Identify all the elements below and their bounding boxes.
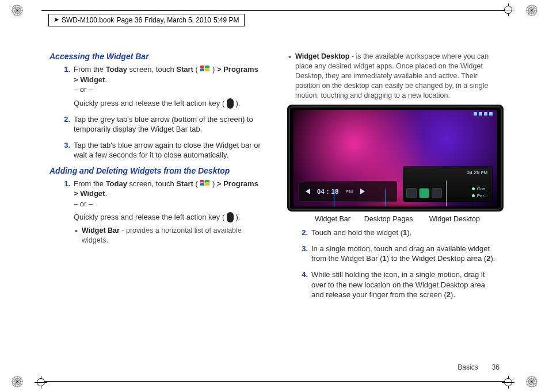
status-icon <box>479 112 482 116</box>
phone-frame: 04 : 18PM 04 29 PM Con... Par... <box>287 105 504 212</box>
widget-desktop-definition: Widget Desktop - is the available worksp… <box>295 52 500 100</box>
step-number: 2. <box>294 228 308 238</box>
today-label: Today <box>106 65 127 74</box>
text: Tap the tab's blue arrow again to close … <box>74 141 261 160</box>
registration-crosshair-tr <box>502 3 514 16</box>
section-title-accessing: Accessing the Widget Bar <box>49 52 262 61</box>
text: ). <box>236 99 241 107</box>
text: Touch and hold the widget ( <box>311 228 403 237</box>
svg-marker-40 <box>306 189 310 194</box>
text: ) <box>212 65 217 74</box>
registration-rosette-bl <box>12 376 23 387</box>
footer-section: Basics <box>458 363 478 371</box>
dock-chip-icon <box>419 188 429 198</box>
phone-screen: 04 : 18PM 04 29 PM Con... Par... <box>293 110 497 206</box>
text: Quickly press and release the left actio… <box>74 213 227 221</box>
step-number: 3. <box>294 244 308 254</box>
text: From the <box>74 179 106 188</box>
playbar-time: 04 : 18 <box>317 188 339 195</box>
r-step-3: 3. In a single motion, touch and drag an… <box>311 244 500 264</box>
left-column: Accessing the Widget Bar 1. From the Tod… <box>49 52 262 354</box>
caption-widget-bar: Widget Bar <box>315 215 350 223</box>
next-icon <box>359 188 366 195</box>
widget-bar-definition: Widget Bar - provides a horizontal list … <box>82 226 262 245</box>
phone-illustration: 04 : 18PM 04 29 PM Con... Par... <box>287 105 500 223</box>
text: ( <box>193 65 200 74</box>
dock-chip-icon <box>406 188 417 198</box>
page-cursor-icon: ➤ <box>54 16 59 24</box>
callout-line <box>386 189 386 206</box>
page-footer: Basics 36 <box>458 363 500 371</box>
widget-bar-playbar: 04 : 18PM <box>298 181 397 202</box>
windows-flag-icon <box>200 179 210 188</box>
status-icon <box>489 112 493 116</box>
step-number: 1. <box>56 64 70 75</box>
text: Tap the grey tab's blue arrow (bottom of… <box>74 115 253 134</box>
running-head: ➤ SWD-M100.book Page 36 Friday, March 5,… <box>48 14 245 26</box>
step-number: 2. <box>56 114 70 125</box>
widget-desktop-dock: 04 29 PM Con... Par... <box>403 166 493 202</box>
top-trim-rule <box>41 10 508 11</box>
callout-line <box>334 189 334 206</box>
registration-crosshair-br <box>502 376 514 389</box>
ref-1: 1 <box>383 254 387 263</box>
status-icon <box>474 112 477 116</box>
bullet-icon <box>472 194 475 197</box>
dock-time-ampm: PM <box>481 170 487 175</box>
right-column: Widget Desktop - is the available worksp… <box>287 52 500 354</box>
text: From the <box>74 65 106 74</box>
or-separator: – or – <box>74 84 262 95</box>
dock-status-lines: Con... Par... <box>472 186 489 198</box>
runhead-page: Page 36 <box>116 16 142 24</box>
registration-rosette-tl <box>12 5 23 16</box>
phone-status-icons <box>474 112 493 116</box>
runhead-book: SWD-M100.book <box>62 16 114 24</box>
start-label: Start <box>176 65 193 74</box>
text: ). <box>407 228 411 237</box>
text: screen, touch <box>127 65 176 74</box>
r-step-2: 2. Touch and hold the widget (1). <box>311 228 500 238</box>
dock-icons <box>406 188 442 198</box>
text: ( <box>193 179 200 188</box>
term-widget-bar: Widget Bar <box>82 226 120 235</box>
s2-step-1: 1. From the Today screen, touch Start ( … <box>74 179 262 245</box>
prev-icon <box>304 188 311 195</box>
svg-marker-41 <box>360 189 365 194</box>
footer-page: 36 <box>492 363 500 371</box>
ref-2: 2 <box>447 290 451 299</box>
action-key-line: Quickly press and release the left actio… <box>74 212 262 222</box>
text: Quickly press and release the left actio… <box>74 99 227 107</box>
text: ) to the Widget Desktop area ( <box>387 254 486 263</box>
step-number: 1. <box>56 179 70 189</box>
s1-step-2: 2. Tap the grey tab's blue arrow (bottom… <box>74 114 262 134</box>
playbar-ampm: PM <box>346 189 353 194</box>
r-step-4: 4. While still holding the icon, in a si… <box>311 270 500 300</box>
s1-step-3: 3. Tap the tab's blue arrow again to clo… <box>74 140 262 160</box>
registration-rosette-br <box>526 376 537 387</box>
term-widget-desktop: Widget Desktop <box>295 52 349 60</box>
dock-line-2: Par... <box>477 193 488 198</box>
dock-time: 04 29 PM <box>467 170 487 175</box>
text: While still holding the icon, in a singl… <box>311 270 485 299</box>
left-action-key-icon <box>227 212 234 222</box>
illustration-captions: Widget Bar Desktop Pages Widget Desktop <box>287 215 500 223</box>
section-title-adding: Adding and Deleting Widgets from the Des… <box>49 166 262 175</box>
step-number: 4. <box>294 270 308 280</box>
text: ). <box>236 213 241 221</box>
action-key-line: Quickly press and release the left actio… <box>74 98 262 109</box>
text: . <box>105 75 107 84</box>
runhead-time: 5:49 PM <box>214 16 239 24</box>
callout-line <box>446 180 447 206</box>
dock-chip-icon <box>432 188 442 198</box>
dock-time-value: 04 29 <box>467 170 480 175</box>
s1-step-1: 1. From the Today screen, touch Start ( … <box>74 64 262 109</box>
text: screen, touch <box>127 179 176 188</box>
bottom-trim-rule <box>41 381 508 382</box>
text: ). <box>451 290 455 299</box>
runhead-date: Friday, March 5, 2010 <box>144 16 211 24</box>
status-icon <box>484 112 487 116</box>
today-label: Today <box>106 179 127 188</box>
text: . <box>105 189 107 198</box>
bullet-icon <box>472 187 475 190</box>
windows-flag-icon <box>200 64 210 74</box>
